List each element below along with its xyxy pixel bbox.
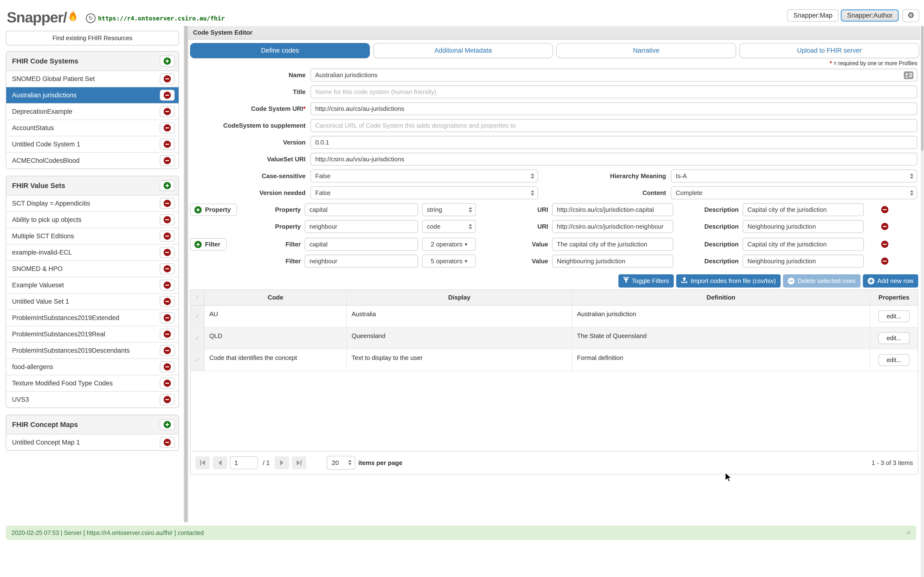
- remove-resource-button[interactable]: [160, 139, 175, 150]
- content-select[interactable]: Complete: [671, 186, 917, 199]
- sidebar-item[interactable]: Texture Modified Food Type Codes: [6, 375, 179, 391]
- select-all-check-icon[interactable]: ✓: [191, 290, 205, 305]
- property-description-input[interactable]: [743, 223, 863, 230]
- definition-cell[interactable]: Australian jurisdiction: [572, 306, 870, 327]
- remove-row-icon[interactable]: [881, 241, 888, 248]
- name-input[interactable]: [311, 71, 917, 79]
- sidebar-item[interactable]: AccountStatus: [6, 119, 179, 136]
- add-new-row-button[interactable]: Add new row: [863, 274, 918, 287]
- remove-resource-button[interactable]: [160, 122, 175, 134]
- remove-resource-button[interactable]: [160, 394, 175, 405]
- property-uri-input[interactable]: [552, 223, 673, 230]
- filter-name-input[interactable]: [305, 258, 418, 265]
- mode-button[interactable]: Snapper:Map: [787, 10, 838, 22]
- remove-resource-button[interactable]: [160, 296, 175, 307]
- code-cell[interactable]: AU: [205, 306, 346, 327]
- filter-value-input[interactable]: [552, 241, 673, 248]
- property-type-select[interactable]: code: [422, 220, 476, 233]
- filter-value-input[interactable]: [552, 258, 673, 265]
- property-name-input[interactable]: [305, 206, 418, 213]
- supplement-input[interactable]: [311, 122, 917, 129]
- filter-description-input[interactable]: [743, 258, 863, 265]
- display-cell[interactable]: Australia: [346, 306, 572, 327]
- edit-properties-button[interactable]: edit...: [878, 354, 909, 366]
- remove-resource-button[interactable]: [160, 378, 175, 389]
- property-uri-input[interactable]: [552, 206, 673, 213]
- remove-row-icon[interactable]: [881, 258, 888, 265]
- toggle-filters-button[interactable]: Toggle Filters: [619, 274, 674, 287]
- remove-resource-button[interactable]: [160, 312, 175, 323]
- add-resource-button[interactable]: [160, 56, 175, 67]
- remove-resource-button[interactable]: [160, 106, 175, 117]
- code-cell[interactable]: QLD: [205, 327, 346, 349]
- remove-resource-button[interactable]: [160, 90, 175, 101]
- sidebar-item[interactable]: Ability to pick up objects: [6, 211, 179, 228]
- edit-properties-button[interactable]: edit...: [878, 332, 909, 344]
- code-system-uri-input[interactable]: [311, 105, 917, 113]
- editor-tab[interactable]: Additional Metadata: [373, 43, 553, 58]
- definition-cell[interactable]: Formal definition: [572, 349, 870, 371]
- import-codes-button[interactable]: Import codes from file (csv/tsv): [676, 274, 780, 287]
- row-check-icon[interactable]: ✓: [191, 349, 205, 371]
- remove-resource-button[interactable]: [160, 437, 175, 448]
- sidebar-item[interactable]: ACMECholCodesBlood: [6, 152, 179, 169]
- remove-resource-button[interactable]: [160, 73, 175, 84]
- filter-operators-dropdown[interactable]: 2 operators▾: [422, 238, 476, 251]
- remove-row-icon[interactable]: [881, 223, 888, 230]
- code-cell[interactable]: Code that identifies the concept: [205, 349, 346, 371]
- definition-column-header[interactable]: Definition: [572, 290, 870, 305]
- display-cell[interactable]: Queensland: [346, 327, 572, 349]
- items-per-page-select[interactable]: 20: [326, 456, 355, 470]
- editor-tab[interactable]: Upload to FHIR server: [740, 43, 919, 58]
- display-column-header[interactable]: Display: [346, 290, 572, 305]
- sidebar-item[interactable]: Multiple SCT Editions: [6, 228, 179, 244]
- settings-gear-icon[interactable]: ⚙: [903, 9, 919, 22]
- remove-resource-button[interactable]: [160, 198, 175, 209]
- code-column-header[interactable]: Code: [205, 290, 346, 305]
- add-resource-button[interactable]: [160, 419, 175, 430]
- remove-resource-button[interactable]: [160, 263, 175, 274]
- sidebar-item[interactable]: DeprecationExample: [6, 103, 179, 119]
- sidebar-item[interactable]: ProblemIntSubstances2019Extended: [6, 309, 179, 326]
- sidebar-item[interactable]: SCT Display = Appendicitis: [6, 195, 179, 211]
- remove-resource-button[interactable]: [160, 214, 175, 225]
- title-input[interactable]: [311, 88, 917, 96]
- filter-operators-dropdown[interactable]: 5 operators▾: [422, 255, 476, 268]
- remove-resource-button[interactable]: [160, 361, 175, 372]
- valueset-uri-input[interactable]: [311, 156, 917, 163]
- mode-button[interactable]: Snapper:Author: [841, 10, 899, 22]
- delete-selected-rows-button[interactable]: Delete selected rows: [783, 274, 860, 287]
- edit-properties-button[interactable]: edit...: [878, 310, 909, 322]
- remove-row-icon[interactable]: [881, 206, 888, 213]
- sidebar-item[interactable]: Untitled Concept Map 1: [6, 434, 179, 450]
- row-check-icon[interactable]: ✓: [191, 327, 205, 349]
- version-needed-select[interactable]: False: [310, 186, 538, 199]
- remove-resource-button[interactable]: [160, 155, 175, 166]
- window-scrollbar[interactable]: [921, 26, 924, 577]
- sidebar-scrollbar[interactable]: [184, 26, 188, 522]
- sidebar-item[interactable]: UVS3: [6, 391, 179, 408]
- sidebar-item[interactable]: Untitled Value Set 1: [6, 293, 179, 309]
- add-filter-button[interactable]: Filter: [190, 238, 227, 250]
- editor-tab[interactable]: Narrative: [556, 43, 736, 58]
- first-page-button[interactable]: [195, 456, 210, 469]
- version-input[interactable]: [311, 139, 917, 146]
- editor-tab[interactable]: Define codes: [190, 43, 370, 58]
- hierarchy-meaning-select[interactable]: Is-A: [671, 169, 917, 182]
- remove-resource-button[interactable]: [160, 230, 175, 242]
- next-page-button[interactable]: [275, 456, 289, 469]
- property-name-input[interactable]: [305, 223, 418, 230]
- row-check-icon[interactable]: ✓: [191, 306, 205, 327]
- remove-resource-button[interactable]: [160, 280, 175, 291]
- remove-resource-button[interactable]: [160, 247, 175, 258]
- sidebar-item[interactable]: SNOMED & HPO: [6, 260, 179, 277]
- filter-description-input[interactable]: [743, 241, 863, 248]
- add-property-button[interactable]: Property: [190, 204, 237, 216]
- sidebar-item[interactable]: Australian jurisdictions: [6, 87, 179, 103]
- close-icon[interactable]: ×: [906, 529, 911, 537]
- sidebar-item[interactable]: food-allergens: [6, 358, 179, 375]
- page-number-input[interactable]: [230, 456, 258, 469]
- case-sensitive-select[interactable]: False: [310, 169, 538, 182]
- remove-resource-button[interactable]: [160, 329, 175, 340]
- add-resource-button[interactable]: [160, 180, 175, 191]
